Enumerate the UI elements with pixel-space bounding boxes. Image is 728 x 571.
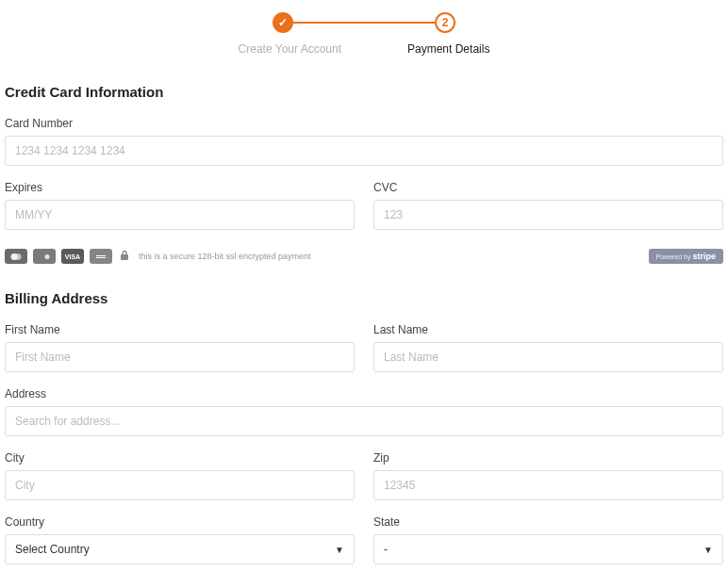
- expires-input[interactable]: [5, 200, 355, 230]
- stepper-labels: Create Your Account Payment Details: [5, 42, 723, 56]
- cc-section-title: Credit Card Information: [5, 84, 723, 100]
- zip-label: Zip: [373, 451, 723, 465]
- first-name-field: First Name: [5, 323, 355, 372]
- country-selected-value: Select Country: [15, 543, 90, 556]
- card-number-label: Card Number: [5, 117, 723, 130]
- state-select[interactable]: - ▼: [373, 534, 723, 564]
- cvc-label: CVC: [373, 181, 723, 194]
- last-name-label: Last Name: [373, 323, 723, 336]
- check-icon: ✓: [278, 16, 288, 29]
- amex-icon: [90, 249, 112, 264]
- first-name-input[interactable]: [5, 342, 355, 372]
- stripe-badge: Powered by stripe: [649, 249, 723, 264]
- visa-icon: VISA: [61, 249, 84, 264]
- city-input[interactable]: [5, 470, 355, 500]
- step1-circle: ✓: [273, 12, 293, 33]
- last-name-field: Last Name: [373, 323, 723, 372]
- city-field: City: [5, 451, 355, 500]
- expires-field: Expires: [5, 181, 355, 230]
- stepper: ✓ 2: [5, 12, 723, 33]
- lock-icon: [120, 250, 129, 263]
- stepper-line: [293, 22, 435, 24]
- country-field: Country Select Country ▼: [5, 515, 355, 564]
- zip-field: Zip: [373, 451, 723, 500]
- step2-label: Payment Details: [407, 42, 489, 56]
- address-label: Address: [5, 387, 723, 400]
- state-label: State: [373, 515, 723, 529]
- step2-number: 2: [442, 16, 449, 29]
- last-name-input[interactable]: [373, 342, 723, 372]
- country-select[interactable]: Select Country ▼: [5, 534, 355, 564]
- discover-icon: [33, 249, 56, 264]
- svg-rect-5: [121, 254, 128, 260]
- cvc-field: CVC: [373, 181, 723, 230]
- step1-label: Create Your Account: [239, 42, 341, 56]
- city-label: City: [5, 451, 355, 465]
- state-selected-value: -: [384, 543, 388, 556]
- address-input[interactable]: [5, 406, 723, 436]
- step2-circle: 2: [435, 12, 455, 33]
- address-field: Address: [5, 387, 723, 436]
- chevron-down-icon: ▼: [703, 545, 713, 555]
- first-name-label: First Name: [5, 323, 355, 336]
- chevron-down-icon: ▼: [335, 545, 344, 555]
- stripe-powered-text: Powered by: [656, 253, 691, 260]
- svg-rect-3: [96, 255, 106, 256]
- billing-section-title: Billing Address: [5, 290, 723, 306]
- stripe-name: stripe: [692, 252, 716, 261]
- cvc-input[interactable]: [373, 200, 723, 230]
- svg-point-2: [45, 254, 50, 259]
- secure-text: this is a secure 128-bit ssl encrypted p…: [139, 252, 311, 261]
- cc-icons-row: VISA this is a secure 128-bit ssl encryp…: [5, 249, 723, 264]
- zip-input[interactable]: [373, 470, 723, 500]
- mastercard-icon: [5, 249, 27, 264]
- country-label: Country: [5, 515, 355, 529]
- state-field: State - ▼: [373, 515, 723, 564]
- card-number-field: Card Number: [5, 117, 723, 166]
- expires-label: Expires: [5, 181, 355, 194]
- svg-rect-4: [96, 257, 106, 258]
- card-number-input[interactable]: [5, 136, 723, 166]
- svg-point-1: [15, 253, 22, 260]
